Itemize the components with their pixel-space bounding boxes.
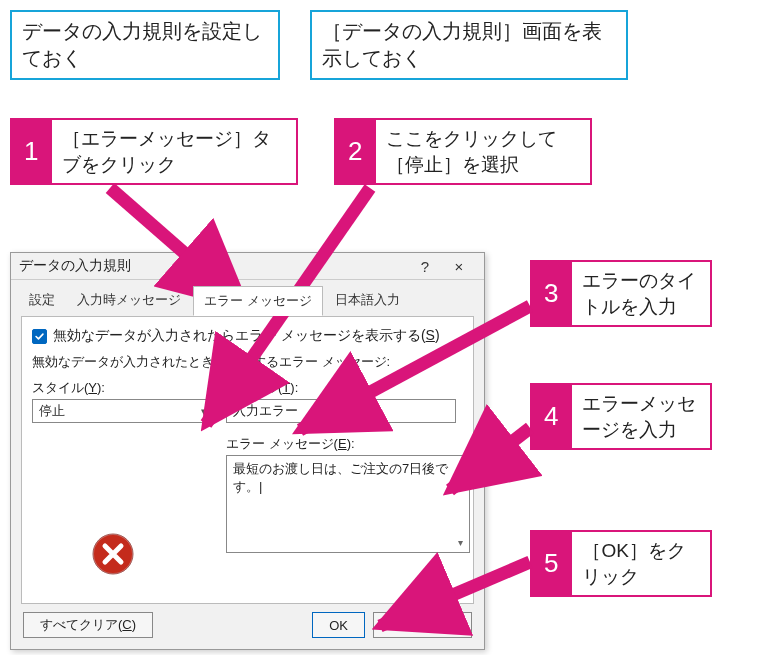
error-message-label: エラー メッセージ(E): <box>226 435 470 453</box>
show-error-checkbox[interactable] <box>32 329 47 344</box>
titlebar: データの入力規則 ? × <box>11 253 484 280</box>
step-2: 2 ここをクリックして［停止］を選択 <box>334 118 592 185</box>
ok-button[interactable]: OK <box>312 612 365 638</box>
step-3: 3 エラーのタイトルを入力 <box>530 260 712 327</box>
clear-all-label: すべてクリア(C) <box>40 616 136 634</box>
step-number: 2 <box>334 118 376 185</box>
step-3-label: エラーのタイトルを入力 <box>582 268 700 319</box>
chk-label-suffix: ) <box>435 327 440 343</box>
dialog-title: データの入力規則 <box>19 257 408 275</box>
scroll-up-icon[interactable]: ▴ <box>453 458 467 472</box>
intro-box-1: データの入力規則を設定しておく <box>10 10 280 80</box>
chk-label-prefix: 無効なデータが入力されたらエラー メッセージを表示する( <box>53 327 426 343</box>
style-label-suffix: ): <box>97 380 105 395</box>
step-1: 1 ［エラーメッセージ］タブをクリック <box>10 118 298 185</box>
title-label: タイトル(T): <box>226 379 470 397</box>
title-label-prefix: タイトル( <box>226 380 282 395</box>
title-input[interactable]: 入力エラー <box>226 399 456 423</box>
scroll-down-icon[interactable]: ▾ <box>453 536 467 550</box>
step-number: 1 <box>10 118 52 185</box>
clear-suffix: ) <box>132 617 136 632</box>
clear-prefix: すべてクリア( <box>40 617 122 632</box>
style-select[interactable]: 停止 ▾ <box>32 399 212 423</box>
intro-text-1: データの入力規則を設定しておく <box>22 20 262 69</box>
step-4-label: エラーメッセージを入力 <box>582 391 700 442</box>
error-message-sublabel: 無効なデータが入力されたときに表示するエラー メッセージ: <box>32 353 463 371</box>
style-accel: Y <box>88 380 97 395</box>
tab-ime-label: 日本語入力 <box>335 292 400 307</box>
cancel-button[interactable]: キャンセル <box>373 612 472 638</box>
tab-error-message-label: エラー メッセージ <box>204 293 312 308</box>
step-5: 5 ［OK］をクリック <box>530 530 712 597</box>
step-text: ここをクリックして［停止］を選択 <box>376 118 592 185</box>
tab-strip: 設定 入力時メッセージ エラー メッセージ 日本語入力 <box>11 280 484 316</box>
title-label-suffix: ): <box>290 380 298 395</box>
tab-settings[interactable]: 設定 <box>19 286 65 316</box>
show-error-checkbox-row: 無効なデータが入力されたらエラー メッセージを表示する(S) <box>32 327 463 345</box>
msg-label-prefix: エラー メッセージ( <box>226 436 338 451</box>
clear-accel: C <box>122 617 131 632</box>
cancel-label: キャンセル <box>390 616 455 634</box>
step-text: エラーメッセージを入力 <box>572 383 712 450</box>
msg-accel: E <box>338 436 347 451</box>
step-number: 3 <box>530 260 572 327</box>
step-number: 4 <box>530 383 572 450</box>
step-text: ［エラーメッセージ］タブをクリック <box>52 118 298 185</box>
chk-accel: S <box>426 327 435 343</box>
step-4: 4 エラーメッセージを入力 <box>530 383 712 450</box>
step-1-label: ［エラーメッセージ］タブをクリック <box>62 126 286 177</box>
ok-label: OK <box>329 618 348 633</box>
tab-ime[interactable]: 日本語入力 <box>325 286 410 316</box>
style-label: スタイル(Y): <box>32 379 212 397</box>
tab-error-message[interactable]: エラー メッセージ <box>193 286 323 316</box>
title-input-value: 入力エラー <box>233 402 298 420</box>
chevron-down-icon: ▾ <box>201 405 207 418</box>
step-5-label: ［OK］をクリック <box>582 538 700 589</box>
tab-panel-error-message: 無効なデータが入力されたらエラー メッセージを表示する(S) 無効なデータが入力… <box>21 316 474 604</box>
error-message-value: 最短のお渡し日は、ご注文の7日後です。| <box>233 461 448 494</box>
stop-error-icon <box>90 531 136 577</box>
dialog-button-row: すべてクリア(C) OK キャンセル <box>11 604 484 650</box>
close-button[interactable]: × <box>442 253 476 279</box>
style-label-prefix: スタイル( <box>32 380 88 395</box>
help-button[interactable]: ? <box>408 253 442 279</box>
data-validation-dialog: データの入力規則 ? × 設定 入力時メッセージ エラー メッセージ 日本語入力 <box>10 252 485 650</box>
show-error-checkbox-label: 無効なデータが入力されたらエラー メッセージを表示する(S) <box>53 327 440 345</box>
tab-input-message-label: 入力時メッセージ <box>77 292 181 307</box>
style-select-value: 停止 <box>39 402 65 420</box>
tab-settings-label: 設定 <box>29 292 55 307</box>
step-text: エラーのタイトルを入力 <box>572 260 712 327</box>
clear-all-button[interactable]: すべてクリア(C) <box>23 612 153 638</box>
step-number: 5 <box>530 530 572 597</box>
step-2-label: ここをクリックして［停止］を選択 <box>386 126 580 177</box>
step-text: ［OK］をクリック <box>572 530 712 597</box>
msg-label-suffix: ): <box>347 436 355 451</box>
help-icon: ? <box>421 258 429 275</box>
intro-box-2: ［データの入力規則］画面を表示しておく <box>310 10 628 80</box>
tab-input-message[interactable]: 入力時メッセージ <box>67 286 191 316</box>
check-icon <box>34 331 45 342</box>
close-icon: × <box>455 258 464 275</box>
error-message-textarea[interactable]: 最短のお渡し日は、ご注文の7日後です。| ▴ ▾ <box>226 455 470 553</box>
intro-text-2: ［データの入力規則］画面を表示しておく <box>322 20 602 69</box>
